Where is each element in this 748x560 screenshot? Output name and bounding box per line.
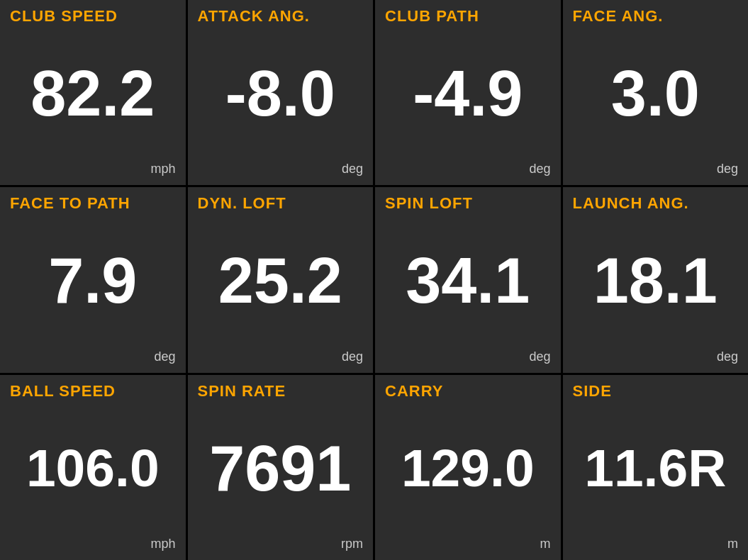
metric-unit-side: m bbox=[727, 537, 738, 551]
metric-value-club-speed: 82.2 bbox=[10, 26, 176, 162]
metric-card-face-to-path: FACE TO PATH7.9deg bbox=[0, 187, 186, 372]
metric-unit-attack-ang: deg bbox=[342, 162, 363, 177]
metric-label-side: SIDE bbox=[573, 382, 739, 401]
metric-unit-dyn-loft: deg bbox=[342, 349, 363, 364]
metric-label-face-to-path: FACE TO PATH bbox=[10, 194, 176, 213]
metric-label-launch-ang: LAUNCH ANG. bbox=[573, 194, 739, 213]
metric-unit-launch-ang: deg bbox=[717, 349, 738, 364]
metric-unit-face-to-path: deg bbox=[154, 349, 175, 364]
metric-value-launch-ang: 18.1 bbox=[573, 213, 739, 349]
metric-card-launch-ang: LAUNCH ANG.18.1deg bbox=[563, 187, 749, 372]
metric-card-attack-ang: ATTACK ANG.-8.0deg bbox=[188, 0, 374, 185]
metric-card-club-path: CLUB PATH-4.9deg bbox=[375, 0, 561, 185]
metric-unit-face-ang: deg bbox=[717, 162, 738, 177]
metric-value-club-path: -4.9 bbox=[385, 26, 551, 162]
metric-label-face-ang: FACE ANG. bbox=[573, 7, 739, 26]
metric-label-spin-rate: SPIN RATE bbox=[198, 382, 364, 401]
metric-value-face-ang: 3.0 bbox=[573, 26, 739, 162]
metric-card-carry: CARRY129.0m bbox=[375, 375, 561, 560]
metric-label-club-speed: CLUB SPEED bbox=[10, 7, 176, 26]
metric-value-ball-speed: 106.0 bbox=[10, 401, 176, 537]
metric-unit-club-speed: mph bbox=[150, 162, 175, 177]
metric-card-side: SIDE11.6Rm bbox=[563, 375, 749, 560]
metric-value-spin-loft: 34.1 bbox=[385, 213, 551, 349]
metric-label-dyn-loft: DYN. LOFT bbox=[198, 194, 364, 213]
metric-card-spin-rate: SPIN RATE7691rpm bbox=[188, 375, 374, 560]
metric-value-spin-rate: 7691 bbox=[198, 401, 364, 537]
metric-label-club-path: CLUB PATH bbox=[385, 7, 551, 26]
metric-value-side: 11.6R bbox=[573, 401, 739, 537]
metric-card-ball-speed: BALL SPEED106.0mph bbox=[0, 375, 186, 560]
metric-value-carry: 129.0 bbox=[385, 401, 551, 537]
metric-unit-spin-loft: deg bbox=[529, 349, 550, 364]
metric-unit-spin-rate: rpm bbox=[341, 537, 363, 551]
metric-unit-carry: m bbox=[540, 537, 551, 551]
metric-value-dyn-loft: 25.2 bbox=[198, 213, 364, 349]
metric-label-attack-ang: ATTACK ANG. bbox=[198, 7, 364, 26]
metric-label-ball-speed: BALL SPEED bbox=[10, 382, 176, 401]
metric-card-spin-loft: SPIN LOFT34.1deg bbox=[375, 187, 561, 372]
metric-unit-club-path: deg bbox=[529, 162, 550, 177]
metric-value-attack-ang: -8.0 bbox=[198, 26, 364, 162]
metric-label-spin-loft: SPIN LOFT bbox=[385, 194, 551, 213]
metric-value-face-to-path: 7.9 bbox=[10, 213, 176, 349]
metrics-grid: CLUB SPEED82.2mphATTACK ANG.-8.0degCLUB … bbox=[0, 0, 748, 560]
metric-card-dyn-loft: DYN. LOFT25.2deg bbox=[188, 187, 374, 372]
metric-card-club-speed: CLUB SPEED82.2mph bbox=[0, 0, 186, 185]
metric-unit-ball-speed: mph bbox=[150, 537, 175, 551]
metric-label-carry: CARRY bbox=[385, 382, 551, 401]
metric-card-face-ang: FACE ANG.3.0deg bbox=[563, 0, 749, 185]
